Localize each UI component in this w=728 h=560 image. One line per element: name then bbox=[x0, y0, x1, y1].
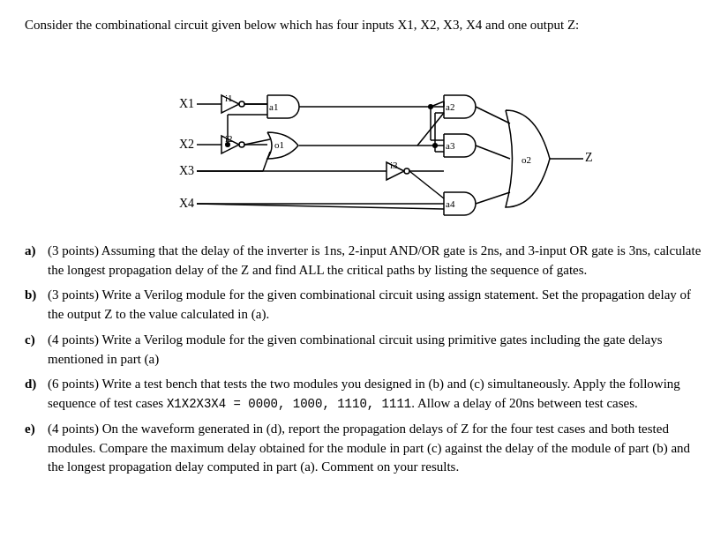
label-x2: X2 bbox=[179, 138, 194, 151]
circuit-svg: X1 X2 X3 X4 Z i1 i2 bbox=[126, 44, 603, 229]
gate-a2 bbox=[464, 95, 476, 118]
label-a1: a1 bbox=[269, 101, 278, 112]
svg-point-5 bbox=[239, 142, 244, 147]
label-i3: i3 bbox=[390, 160, 398, 170]
problem-statement: Consider the combinational circuit given… bbox=[25, 16, 703, 477]
svg-point-45 bbox=[432, 143, 438, 148]
circuit-diagram: X1 X2 X3 X4 Z i1 i2 bbox=[25, 44, 703, 229]
svg-line-17 bbox=[263, 152, 270, 171]
label-o2: o2 bbox=[522, 154, 531, 165]
part-e: e) (4 points) On the waveform generated … bbox=[25, 420, 703, 477]
label-x1: X1 bbox=[179, 97, 194, 110]
part-e-text: (4 points) On the waveform generated in … bbox=[48, 420, 703, 477]
gate-a3 bbox=[464, 134, 476, 157]
test-sequence: X1X2X3X4 = 0000, 1000, 1110, 1111 bbox=[167, 397, 411, 411]
part-b-label: b) bbox=[25, 286, 44, 325]
svg-line-48 bbox=[476, 107, 510, 123]
part-a-label: a) bbox=[25, 242, 44, 280]
svg-line-50 bbox=[476, 192, 510, 204]
label-x4: X4 bbox=[179, 197, 194, 210]
part-d-text: (6 points) Write a test bench that tests… bbox=[48, 375, 703, 414]
parts-list: a) (3 points) Assuming that the delay of… bbox=[25, 242, 703, 477]
label-o1: o1 bbox=[274, 139, 284, 150]
label-a3: a3 bbox=[446, 140, 455, 151]
part-c-text: (4 points) Write a Verilog module for th… bbox=[48, 331, 703, 370]
label-x3: X3 bbox=[179, 164, 194, 177]
svg-line-47 bbox=[197, 204, 444, 209]
part-d: d) (6 points) Write a test bench that te… bbox=[25, 375, 703, 414]
svg-point-21 bbox=[404, 168, 409, 174]
label-i2: i2 bbox=[225, 133, 233, 144]
part-a: a) (3 points) Assuming that the delay of… bbox=[25, 242, 703, 280]
label-z: Z bbox=[585, 151, 593, 164]
and-text: and bbox=[447, 377, 467, 391]
label-a4: a4 bbox=[446, 198, 455, 209]
part-d-label: d) bbox=[25, 375, 44, 414]
part-c: c) (4 points) Write a Verilog module for… bbox=[25, 331, 703, 370]
svg-line-16 bbox=[244, 139, 270, 145]
part-c-label: c) bbox=[25, 331, 44, 370]
svg-point-4 bbox=[239, 101, 244, 107]
gate-a4 bbox=[464, 192, 476, 215]
intro-text: Consider the combinational circuit given… bbox=[25, 16, 703, 35]
svg-point-15 bbox=[225, 142, 230, 147]
part-b: b) (3 points) Write a Verilog module for… bbox=[25, 286, 703, 325]
part-b-text: (3 points) Write a Verilog module for th… bbox=[48, 286, 703, 325]
svg-line-49 bbox=[476, 146, 510, 159]
svg-point-39 bbox=[428, 104, 433, 109]
part-a-text: (3 points) Assuming that the delay of th… bbox=[48, 242, 703, 280]
svg-line-46 bbox=[409, 171, 444, 198]
part-e-label: e) bbox=[25, 420, 44, 477]
label-i1: i1 bbox=[225, 93, 233, 103]
label-a2: a2 bbox=[446, 101, 454, 112]
